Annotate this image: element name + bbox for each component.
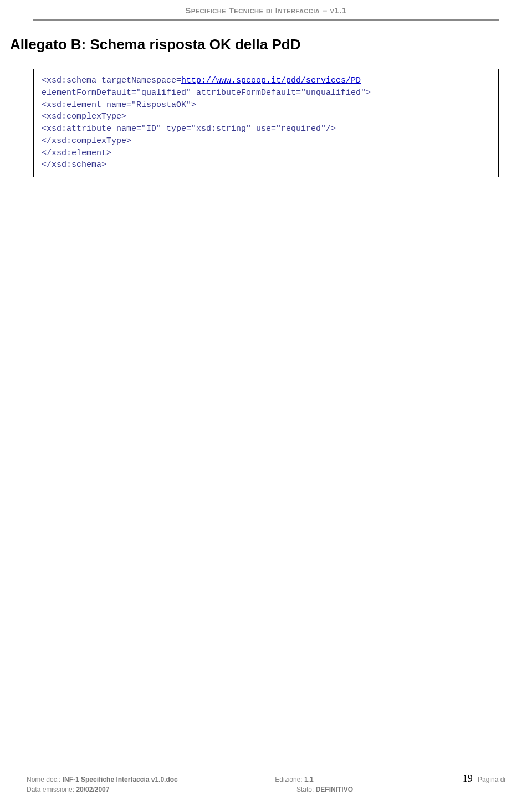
code-line: </xsd:schema> xyxy=(42,159,490,171)
header-title: Specifiche Tecniche di Interfaccia – v1.… xyxy=(0,6,532,15)
footer-row-2: Data emissione: 20/02/2007 Stato: DEFINI… xyxy=(27,786,505,793)
code-line: elementFormDefault="qualified" attribute… xyxy=(42,87,490,99)
date-value: 20/02/2007 xyxy=(76,786,109,793)
edizione-label: Edizione: xyxy=(275,776,302,783)
code-text: <xsd:schema targetNamespace= xyxy=(42,76,181,85)
stato-label: Stato: xyxy=(296,786,314,793)
code-line: <xsd:attribute name="ID" type="xsd:strin… xyxy=(42,123,490,135)
footer-edizione: Edizione: 1.1 xyxy=(214,776,462,783)
page-footer: Nome doc.: INF-1 Specifiche Interfaccia … xyxy=(27,772,505,793)
footer-row-1: Nome doc.: INF-1 Specifiche Interfaccia … xyxy=(27,773,505,785)
page-number: 19 xyxy=(463,773,473,784)
code-line: <xsd:complexType> xyxy=(42,111,490,123)
xsd-schema-code-box: <xsd:schema targetNamespace=http://www.s… xyxy=(33,69,499,177)
doc-label: Nome doc.: xyxy=(27,776,60,783)
footer-doc: Nome doc.: INF-1 Specifiche Interfaccia … xyxy=(27,776,214,783)
stato-value: DEFINITIVO xyxy=(316,786,353,793)
code-line: <xsd:schema targetNamespace=http://www.s… xyxy=(42,75,490,87)
footer-page: 19 Pagina di xyxy=(463,773,505,785)
page-of-label: Pagina di xyxy=(478,776,505,783)
code-line: <xsd:element name="RispostaOK"> xyxy=(42,99,490,111)
section-title: Allegato B: Schema risposta OK della PdD xyxy=(10,36,532,53)
edizione-value: 1.1 xyxy=(304,776,314,783)
code-line: </xsd:complexType> xyxy=(42,135,490,147)
date-label: Data emissione: xyxy=(27,786,74,793)
footer-date: Data emissione: 20/02/2007 xyxy=(27,786,236,793)
code-line: </xsd:element> xyxy=(42,147,490,160)
page: Specifiche Tecniche di Interfaccia – v1.… xyxy=(0,0,532,799)
schema-namespace-link[interactable]: http://www.spcoop.it/pdd/services/PD xyxy=(181,76,361,85)
doc-value: INF-1 Specifiche Interfaccia v1.0.doc xyxy=(63,776,178,783)
page-header: Specifiche Tecniche di Interfaccia – v1.… xyxy=(0,0,532,21)
footer-stato: Stato: DEFINITIVO xyxy=(236,786,505,793)
header-rule xyxy=(33,19,499,21)
